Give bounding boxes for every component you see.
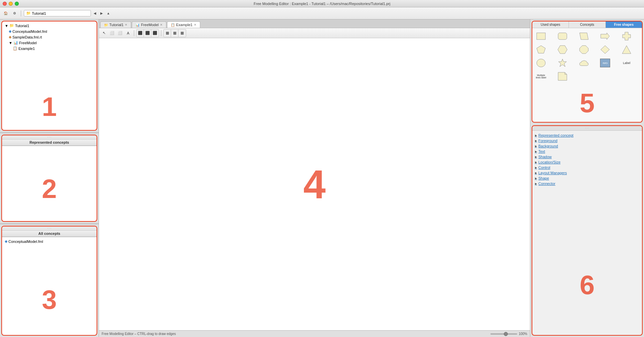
props-panel-content: ▶ Represented concept ▶ Foreground ▶ Bac… <box>532 131 642 235</box>
settings-icon-button[interactable]: ⚙ <box>11 10 18 17</box>
minimize-button[interactable] <box>9 2 13 6</box>
prop-label-2: Background <box>538 144 558 148</box>
shape-pentagon[interactable] <box>534 44 548 56</box>
panel-1-number: 1 <box>2 53 97 131</box>
tree-icon-example1: 📋 <box>13 46 17 51</box>
tree-label-conceptual: ConceptualModel.fml <box>12 29 47 33</box>
prop-arrow-0: ▶ <box>535 134 537 137</box>
all-concepts-item-conceptual[interactable]: ◆ ConceptualModel.fml <box>3 239 95 244</box>
tab-close-example1[interactable]: ✕ <box>194 23 197 26</box>
home-icon-button[interactable]: 🏠 <box>2 10 9 17</box>
zoom-tool-button[interactable]: A <box>124 29 132 37</box>
prop-arrow-2: ▶ <box>535 145 537 148</box>
tab-freemodel[interactable]: 📊 FreeModel ✕ <box>132 21 166 28</box>
tree-item-sampledata[interactable]: ◆ SampleData.fml.rt <box>3 34 95 40</box>
prop-label-1: Foreground <box>538 139 557 143</box>
svg-rect-1 <box>558 33 567 40</box>
shape-rectangle[interactable] <box>534 30 548 42</box>
align-left-button[interactable]: ⬛ <box>137 29 144 37</box>
svg-marker-11 <box>558 59 567 67</box>
draw-tool-button[interactable]: ⬜ <box>116 29 124 37</box>
tree-item-conceptual[interactable]: ◆ ConceptualModel.fml <box>3 28 95 34</box>
shape-hexagon[interactable] <box>556 44 569 56</box>
tab-label-freemodel: FreeModel <box>141 23 159 27</box>
prop-arrow-4: ▶ <box>535 155 537 158</box>
shape-cloud[interactable] <box>577 57 591 69</box>
prop-text[interactable]: ▶ Text <box>535 149 639 154</box>
shape-rounded-rect[interactable] <box>556 30 569 42</box>
svg-marker-5 <box>537 46 545 53</box>
prop-arrow-7: ▶ <box>535 172 537 175</box>
select-tool-button[interactable]: ↖ <box>100 29 108 37</box>
prop-background[interactable]: ▶ Background <box>535 143 639 149</box>
all-concepts-icon-conceptual: ◆ <box>5 239 7 244</box>
resize-handle-2[interactable] <box>0 223 99 224</box>
project-tree-panel: ▼ 📁 Tutorial1 ◆ ConceptualModel.fml ◆ Sa… <box>1 21 97 131</box>
layout-2-button[interactable]: ▦ <box>171 29 178 37</box>
svg-marker-9 <box>622 46 631 54</box>
prop-label-5: Location/Size <box>538 160 560 164</box>
toolbar-separator-1 <box>21 10 21 16</box>
prop-connector[interactable]: ▶ Connector <box>535 181 639 186</box>
shape-circle[interactable] <box>534 57 548 69</box>
up-button[interactable]: ▲ <box>106 11 111 16</box>
layout-1-button[interactable]: ▦ <box>164 29 171 37</box>
shape-note[interactable] <box>556 70 569 82</box>
shape-star[interactable] <box>556 57 569 69</box>
prop-shadow[interactable]: ▶ Shadow <box>535 154 639 159</box>
layout-3-button[interactable]: ▦ <box>178 29 186 37</box>
resize-handle-1[interactable] <box>0 132 99 133</box>
align-right-button[interactable]: ⬛ <box>151 29 159 37</box>
tree-item-example1[interactable]: 📋 Example1 <box>3 46 95 51</box>
right-panel: Used shapes Concepts Free shapes <box>530 19 644 337</box>
tab-free-shapes[interactable]: Free shapes <box>606 21 642 28</box>
shape-arrow-right[interactable] <box>598 30 612 42</box>
shape-parallelogram[interactable] <box>577 30 591 42</box>
tree-item-tutorial1[interactable]: ▼ 📁 Tutorial1 <box>3 23 95 28</box>
tab-example1[interactable]: 📋 Example1 ✕ <box>167 21 200 28</box>
tree-label-example1: Example1 <box>18 47 35 51</box>
tab-used-shapes[interactable]: Used shapes <box>532 21 569 28</box>
shape-plus[interactable] <box>620 30 633 42</box>
prop-shape[interactable]: ▶ Shape <box>535 176 639 181</box>
prop-label-7: Layout Managers <box>538 171 567 175</box>
forward-button[interactable]: ▶ <box>99 11 104 16</box>
panel-2-dots: · · · <box>2 135 97 139</box>
tab-concepts[interactable]: Concepts <box>569 21 605 28</box>
tab-tutorial1[interactable]: 📁 Tutorial1 ✕ <box>100 21 131 28</box>
prop-layout-managers[interactable]: ▶ Layout Managers <box>535 170 639 176</box>
prop-label-9: Connector <box>538 182 555 186</box>
prop-foreground[interactable]: ▶ Foreground <box>535 138 639 143</box>
zoom-slider[interactable] <box>490 333 517 335</box>
rect-select-tool-button[interactable]: ⬜ <box>108 29 116 37</box>
shape-image[interactable]: IMG <box>598 57 612 69</box>
canvas-area[interactable]: 4 <box>99 38 530 330</box>
prop-label-8: Shape <box>538 176 549 180</box>
align-center-button[interactable]: ⬛ <box>144 29 151 37</box>
breadcrumb-label: Tutorial1 <box>32 11 46 15</box>
prop-arrow-8: ▶ <box>535 177 537 180</box>
shapes-panel: Used shapes Concepts Free shapes <box>532 21 643 123</box>
shape-diamond[interactable] <box>598 44 612 56</box>
breadcrumb-icon: 📁 <box>26 11 31 15</box>
tab-close-freemodel[interactable]: ✕ <box>160 23 163 26</box>
back-button[interactable]: ◀ <box>92 11 98 16</box>
tree-item-freemodel[interactable]: ▼ 📊 FreeModel <box>3 40 95 46</box>
zoom-slider-thumb <box>504 332 508 336</box>
shape-triangle[interactable] <box>620 44 633 56</box>
prop-represented-concept[interactable]: ▶ Represented concept <box>535 133 639 138</box>
prop-arrow-3: ▶ <box>535 150 537 153</box>
shape-octagon[interactable] <box>577 44 591 56</box>
status-bar: Free Modelling Editor – CTRL-drag to dra… <box>99 330 530 337</box>
prop-location-size[interactable]: ▶ Location/Size <box>535 159 639 165</box>
shape-label-text[interactable]: Label <box>620 57 633 69</box>
close-button[interactable] <box>3 2 7 6</box>
maximize-button[interactable] <box>15 2 19 6</box>
prop-arrow-1: ▶ <box>535 139 537 142</box>
shapes-panel-number: 5 <box>532 84 642 122</box>
shape-multi-label[interactable]: Multiple lines label <box>534 70 548 82</box>
prop-control[interactable]: ▶ Control <box>535 165 639 170</box>
tab-close-tutorial1[interactable]: ✕ <box>125 23 127 26</box>
tree-arrow-freemodel: ▼ <box>9 41 12 45</box>
tree-label-sampledata: SampleData.fml.rt <box>12 35 42 39</box>
